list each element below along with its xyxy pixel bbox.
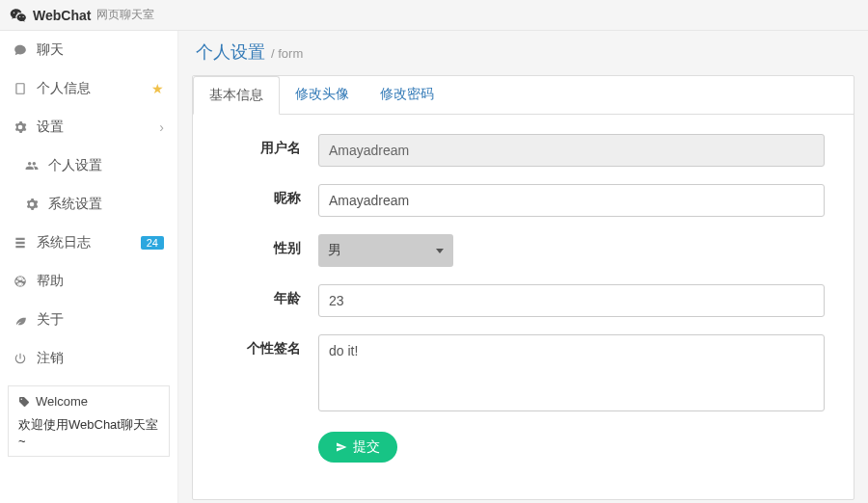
task-icon <box>14 236 27 250</box>
sidebar-item-label: 系统设置 <box>48 196 102 213</box>
settings-form: 用户名 昵称 性别 男 年龄 <box>193 115 854 499</box>
star-icon: ★ <box>151 81 164 96</box>
gender-select[interactable]: 男 <box>318 234 453 267</box>
tab-change-password[interactable]: 修改密码 <box>365 76 449 114</box>
leaf-icon <box>14 313 27 327</box>
gear-icon <box>25 198 39 211</box>
welcome-text: 欢迎使用WebChat聊天室~ <box>18 416 159 448</box>
sidebar: 聊天 个人信息 ★ 设置 › 个人设置 系统设置 系统日志 24 帮助 <box>0 31 178 503</box>
nickname-label: 昵称 <box>222 184 318 207</box>
paper-plane-icon <box>336 441 347 453</box>
gear-icon <box>14 120 27 134</box>
page-title: 个人设置 <box>196 40 265 64</box>
page-subtitle: / form <box>271 46 303 61</box>
sidebar-item-label: 系统日志 <box>37 234 141 252</box>
tabs: 基本信息 修改头像 修改密码 <box>193 76 854 115</box>
sidebar-item-label: 个人设置 <box>48 157 102 174</box>
chat-icon <box>14 43 27 57</box>
sidebar-item-label: 关于 <box>37 311 164 329</box>
nickname-input[interactable] <box>318 184 825 217</box>
bio-textarea[interactable] <box>318 334 825 411</box>
tab-panel: 基本信息 修改头像 修改密码 用户名 昵称 性别 男 <box>192 75 854 500</box>
gender-select-value: 男 <box>328 242 341 259</box>
sidebar-item-logout[interactable]: 注销 <box>0 339 177 378</box>
chevron-right-icon: › <box>159 119 164 135</box>
users-icon <box>25 159 39 172</box>
age-label: 年龄 <box>222 284 318 307</box>
sidebar-item-label: 注销 <box>37 350 164 367</box>
main-content: 个人设置 / form 基本信息 修改头像 修改密码 用户名 昵称 性别 <box>178 31 868 503</box>
sidebar-item-label: 个人信息 <box>37 80 151 97</box>
sidebar-item-about[interactable]: 关于 <box>0 301 177 339</box>
sidebar-subitem-system-settings[interactable]: 系统设置 <box>0 185 177 224</box>
brand-name: WebChat <box>33 8 91 23</box>
sidebar-item-profile[interactable]: 个人信息 ★ <box>0 69 177 108</box>
brand-tagline: 网页聊天室 <box>96 7 154 23</box>
sidebar-item-settings[interactable]: 设置 › <box>0 108 177 146</box>
bio-label: 个性签名 <box>222 334 318 357</box>
username-input <box>318 134 825 167</box>
globe-icon <box>14 275 27 288</box>
submit-label: 提交 <box>353 438 380 456</box>
badge-count: 24 <box>141 236 164 250</box>
sidebar-item-help[interactable]: 帮助 <box>0 262 177 301</box>
sidebar-item-syslog[interactable]: 系统日志 24 <box>0 224 177 262</box>
welcome-title: Welcome <box>18 394 159 409</box>
tab-change-avatar[interactable]: 修改头像 <box>280 76 365 114</box>
sidebar-item-label: 帮助 <box>37 273 164 290</box>
sidebar-item-label: 设置 <box>37 119 159 136</box>
welcome-box: Welcome 欢迎使用WebChat聊天室~ <box>8 385 170 457</box>
gender-label: 性别 <box>222 234 318 257</box>
tab-basic-info[interactable]: 基本信息 <box>193 76 280 115</box>
sidebar-item-chat[interactable]: 聊天 <box>0 31 177 69</box>
sidebar-item-label: 聊天 <box>37 41 164 59</box>
page-header: 个人设置 / form <box>196 40 854 64</box>
topbar: WebChat 网页聊天室 <box>0 0 868 31</box>
sidebar-subitem-personal-settings[interactable]: 个人设置 <box>0 146 177 185</box>
submit-button[interactable]: 提交 <box>318 432 397 463</box>
username-label: 用户名 <box>222 134 318 157</box>
age-input[interactable] <box>318 284 825 317</box>
wechat-icon <box>10 7 27 24</box>
caret-down-icon <box>436 249 444 253</box>
book-icon <box>14 82 27 95</box>
tag-icon <box>18 396 30 408</box>
power-icon <box>14 352 27 365</box>
